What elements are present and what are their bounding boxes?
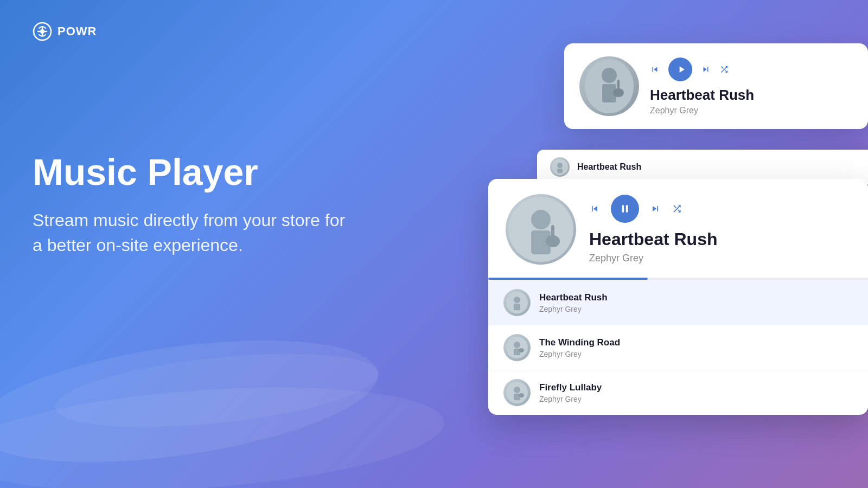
playlist-track-info-1: Heartbeat Rush Zephyr Grey bbox=[539, 292, 608, 313]
mini-album-thumb bbox=[550, 157, 570, 177]
track-name-main: Heartbeat Rush bbox=[589, 229, 851, 249]
mini-album-svg bbox=[552, 159, 568, 175]
svg-point-11 bbox=[531, 210, 551, 229]
svg-point-19 bbox=[514, 342, 520, 348]
artist-name-top: Zephyr Grey bbox=[650, 106, 853, 115]
logo: POWR bbox=[33, 22, 97, 41]
playlist-thumb-3 bbox=[503, 379, 531, 406]
album-art-svg-top bbox=[585, 59, 634, 113]
playlist-thumb-svg-2 bbox=[506, 337, 528, 358]
player-main-top: Heartbeat Rush Zephyr Grey bbox=[488, 179, 868, 278]
player-info-top: Heartbeat Rush Zephyr Grey bbox=[650, 57, 853, 115]
svg-rect-17 bbox=[514, 304, 520, 310]
svg-point-1 bbox=[40, 29, 44, 34]
page-title: Music Player bbox=[33, 152, 347, 192]
player-info-main: Heartbeat Rush Zephyr Grey bbox=[589, 195, 851, 264]
svg-point-8 bbox=[557, 163, 563, 168]
playlist-thumb-svg-1 bbox=[506, 292, 528, 313]
playlist-item[interactable]: Firefly Lullaby Zephyr Grey bbox=[488, 370, 868, 415]
playlist-artist-3: Zephyr Grey bbox=[539, 395, 602, 403]
progress-fill bbox=[488, 278, 648, 280]
next-button-main[interactable] bbox=[650, 203, 661, 214]
playlist-track-2: The Winding Road bbox=[539, 337, 620, 348]
shuffle-button-top[interactable] bbox=[719, 65, 729, 74]
album-art-svg-main bbox=[508, 197, 573, 262]
player-card-top: Heartbeat Rush Zephyr Grey bbox=[564, 43, 868, 129]
playlist-artist-2: Zephyr Grey bbox=[539, 350, 620, 358]
mini-track-name: Heartbeat Rush bbox=[577, 162, 641, 172]
playlist-item[interactable]: Heartbeat Rush Zephyr Grey bbox=[488, 280, 868, 325]
svg-point-25 bbox=[519, 393, 524, 397]
prev-button-main[interactable] bbox=[589, 203, 600, 214]
album-art-top bbox=[579, 56, 639, 116]
prev-button-top[interactable] bbox=[650, 65, 660, 74]
svg-rect-9 bbox=[557, 169, 563, 173]
playlist-track-1: Heartbeat Rush bbox=[539, 292, 608, 303]
playlist-thumb-1 bbox=[503, 289, 531, 316]
svg-rect-14 bbox=[551, 225, 554, 243]
playlist-thumb-svg-3 bbox=[506, 382, 528, 403]
svg-point-21 bbox=[519, 348, 524, 352]
next-button-top[interactable] bbox=[701, 65, 711, 74]
svg-rect-6 bbox=[617, 80, 620, 94]
playlist-artist-1: Zephyr Grey bbox=[539, 305, 608, 313]
progress-bar[interactable] bbox=[488, 278, 868, 280]
player-mockups: Heartbeat Rush Zephyr Grey Heartbeat Rus… bbox=[488, 43, 868, 466]
playlist: Heartbeat Rush Zephyr Grey The Winding R… bbox=[488, 280, 868, 415]
hero-subtitle: Stream music directly from your store fo… bbox=[33, 208, 347, 258]
playlist-thumb-2 bbox=[503, 334, 531, 361]
hero-section: Music Player Stream music directly from … bbox=[33, 152, 347, 258]
shuffle-button-main[interactable] bbox=[672, 203, 682, 214]
playlist-track-info-2: The Winding Road Zephyr Grey bbox=[539, 337, 620, 358]
playlist-track-info-3: Firefly Lullaby Zephyr Grey bbox=[539, 382, 602, 403]
player-card-main: Heartbeat Rush Zephyr Grey Heartbeat Rus… bbox=[488, 179, 868, 415]
svg-point-23 bbox=[514, 387, 520, 393]
pause-button-main[interactable] bbox=[611, 195, 639, 223]
playlist-track-3: Firefly Lullaby bbox=[539, 382, 602, 393]
svg-point-3 bbox=[602, 68, 617, 83]
svg-point-16 bbox=[514, 297, 520, 303]
album-art-main bbox=[506, 194, 576, 265]
controls-main bbox=[589, 195, 851, 223]
powr-logo-icon bbox=[33, 22, 52, 41]
artist-name-main: Zephyr Grey bbox=[589, 253, 851, 264]
brand-name: POWR bbox=[58, 24, 97, 38]
play-button-top[interactable] bbox=[668, 57, 692, 81]
controls-top bbox=[650, 57, 853, 81]
playlist-item[interactable]: The Winding Road Zephyr Grey bbox=[488, 325, 868, 370]
track-name-top: Heartbeat Rush bbox=[650, 87, 853, 104]
